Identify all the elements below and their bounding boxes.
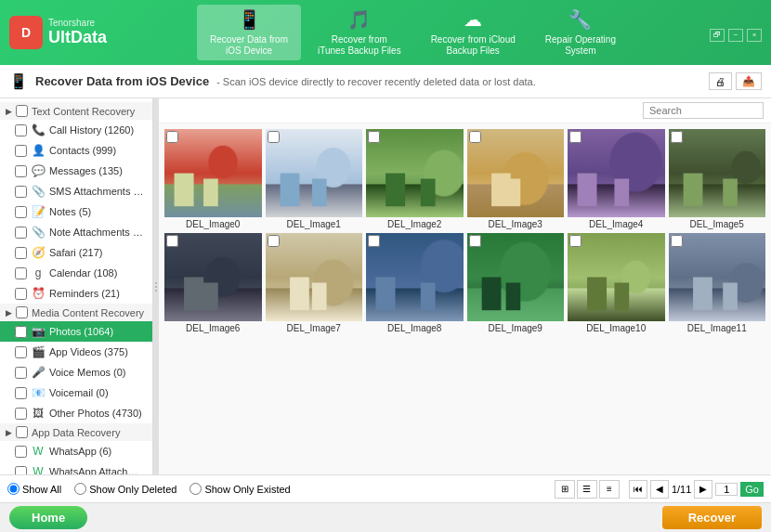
photo-item[interactable]: DEL_Image4 [568, 129, 665, 229]
section-label-media: Media Content Recovery [32, 307, 144, 318]
sidebar-item-note-attachments[interactable]: 📎Note Attachments (0) [0, 222, 152, 242]
details-view-button[interactable]: ≡ [599, 480, 620, 499]
show-all-radio[interactable] [7, 483, 20, 495]
sidebar-item-whatsapp[interactable]: WWhatsApp (6) [0, 441, 152, 461]
sidebar-item-sms-attachments[interactable]: 📎SMS Attachments (7) [0, 181, 152, 201]
sidebar-item-contacts[interactable]: 👤Contacts (999) [0, 140, 152, 161]
photo-check-11[interactable] [671, 235, 683, 247]
recover-button[interactable]: Recover [662, 506, 762, 529]
check-voice-memos[interactable] [15, 367, 27, 379]
export-button[interactable]: 📤 [736, 72, 762, 90]
close-button[interactable]: × [747, 29, 762, 42]
photo-check-8[interactable] [368, 235, 380, 247]
check-photos[interactable] [15, 326, 27, 338]
sidebar-item-notes[interactable]: 📝Notes (5) [0, 201, 152, 222]
photo-check-2[interactable] [368, 131, 380, 143]
nav-tab-repair[interactable]: 🔧Repair OperatingSystem [532, 5, 629, 60]
photo-item[interactable]: DEL_Image11 [669, 233, 766, 333]
photo-check-0[interactable] [166, 131, 178, 143]
print-button[interactable]: 🖨 [709, 72, 732, 90]
photo-item[interactable]: DEL_Image3 [467, 129, 565, 229]
photo-check-9[interactable] [469, 235, 481, 247]
photo-item[interactable]: DEL_Image8 [366, 233, 464, 333]
check-voicemail[interactable] [15, 387, 27, 399]
check-safari[interactable] [15, 247, 27, 259]
show-all-option[interactable]: Show All [7, 483, 61, 495]
nav-tab-icloud[interactable]: ☁Recover from iCloudBackup Files [418, 5, 529, 60]
show-deleted-radio[interactable] [74, 483, 86, 495]
sidebar-item-whatsapp-att[interactable]: WWhatsApp Attachments ( [0, 461, 152, 474]
section-check-media[interactable] [16, 306, 28, 318]
grid-view-button[interactable]: ⊞ [555, 480, 575, 499]
photo-item[interactable]: DEL_Image7 [266, 233, 363, 333]
section-header-app-data[interactable]: ▶App Data Recovery [0, 423, 152, 441]
nav-tab-itunes[interactable]: 🎵Recover fromiTunes Backup Files [305, 5, 414, 60]
photo-check-5[interactable] [671, 131, 683, 143]
label-contacts: Contacts (999) [49, 145, 116, 156]
page-title: Recover Data from iOS Device [35, 74, 209, 88]
check-app-videos[interactable] [15, 346, 27, 358]
photo-item[interactable]: DEL_Image6 [164, 233, 262, 333]
filter-radio-group: Show All Show Only Deleted Show Only Exi… [7, 483, 291, 495]
first-page-button[interactable]: ⏮ [629, 480, 647, 499]
photo-item[interactable]: DEL_Image9 [467, 233, 565, 333]
sidebar-item-photos[interactable]: 📷Photos (1064) [0, 321, 152, 342]
photo-check-3[interactable] [469, 131, 481, 143]
photo-item[interactable]: DEL_Image0 [164, 129, 262, 229]
check-calendar[interactable] [15, 267, 27, 279]
sidebar-item-calendar[interactable]: gCalendar (108) [0, 263, 152, 283]
section-check-text[interactable] [16, 105, 28, 117]
photo-check-1[interactable] [268, 131, 280, 143]
icon-other-photos: 🖼 [31, 406, 46, 421]
minimize-button[interactable]: − [728, 29, 743, 42]
restore-button[interactable]: 🗗 [710, 29, 725, 42]
nav-tab-ios[interactable]: 📱Recover Data fromiOS Device [197, 5, 301, 60]
show-deleted-option[interactable]: Show Only Deleted [74, 483, 176, 495]
check-call-history[interactable] [15, 124, 27, 136]
show-existed-radio[interactable] [189, 483, 202, 495]
sidebar-item-safari[interactable]: 🧭Safari (217) [0, 242, 152, 263]
search-input[interactable] [643, 102, 764, 119]
check-contacts[interactable] [15, 145, 27, 157]
photo-item[interactable]: DEL_Image10 [568, 233, 665, 333]
check-notes[interactable] [15, 206, 27, 218]
photo-item[interactable]: DEL_Image1 [266, 129, 363, 229]
sidebar-item-voice-memos[interactable]: 🎤Voice Memos (0) [0, 362, 152, 383]
sidebar-item-other-photos[interactable]: 🖼Other Photos (4730) [0, 403, 152, 423]
check-reminders[interactable] [15, 288, 27, 300]
go-button[interactable]: Go [740, 482, 764, 497]
check-note-attachments[interactable] [15, 227, 27, 239]
sidebar-item-reminders[interactable]: ⏰Reminders (21) [0, 283, 152, 304]
photo-canvas-4 [568, 129, 665, 217]
section-header-media[interactable]: ▶Media Content Recovery [0, 304, 152, 321]
check-messages[interactable] [15, 165, 27, 177]
section-label-text: Text Content Recovery [32, 106, 135, 117]
label-app-videos: App Videos (375) [49, 346, 128, 357]
sidebar-item-app-videos[interactable]: 🎬App Videos (375) [0, 342, 152, 362]
ios-icon: 📱 [238, 8, 261, 31]
next-page-button[interactable]: ▶ [694, 480, 712, 499]
photo-check-4[interactable] [569, 131, 582, 143]
photo-label-9: DEL_Image9 [489, 323, 542, 333]
photo-check-7[interactable] [268, 235, 280, 247]
section-check-app-data[interactable] [16, 426, 28, 438]
show-existed-option[interactable]: Show Only Existed [189, 483, 290, 495]
photo-check-6[interactable] [166, 235, 178, 247]
sidebar-item-voicemail[interactable]: 📧Voicemail (0) [0, 383, 152, 403]
photo-item[interactable]: DEL_Image5 [669, 129, 766, 229]
section-label-app-data: App Data Recovery [32, 427, 120, 438]
list-view-button[interactable]: ☰ [577, 480, 597, 499]
check-whatsapp[interactable] [15, 446, 27, 458]
check-other-photos[interactable] [15, 408, 27, 420]
home-button[interactable]: Home [9, 506, 87, 529]
sidebar-item-messages[interactable]: 💬Messages (135) [0, 161, 152, 181]
search-bar [159, 98, 771, 123]
photo-item[interactable]: DEL_Image2 [366, 129, 464, 229]
section-header-text[interactable]: ▶Text Content Recovery [0, 102, 152, 120]
photo-check-10[interactable] [569, 235, 582, 247]
page-number-input[interactable] [715, 483, 738, 496]
sidebar-item-call-history[interactable]: 📞Call History (1260) [0, 120, 152, 140]
check-whatsapp-att[interactable] [15, 466, 27, 475]
check-sms-attachments[interactable] [15, 186, 27, 198]
prev-page-button[interactable]: ◀ [650, 480, 669, 499]
